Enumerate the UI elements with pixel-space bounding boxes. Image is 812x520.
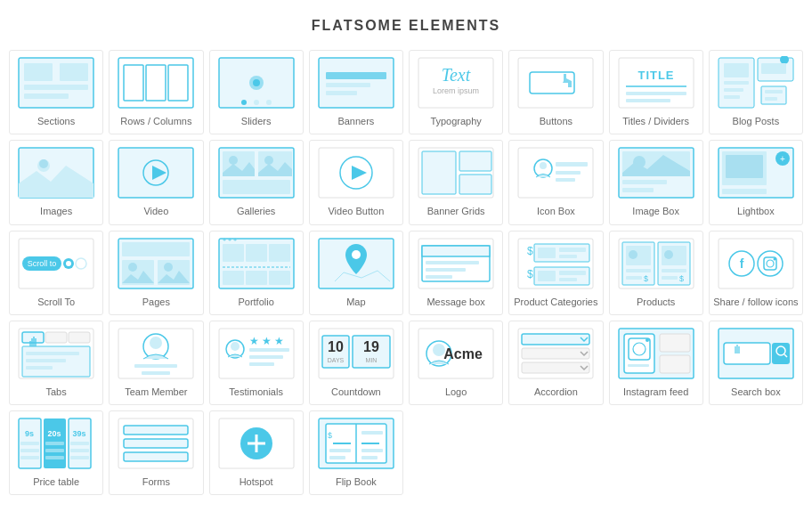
item-galleries[interactable]: Galleries bbox=[209, 140, 304, 224]
svg-text:MIN: MIN bbox=[365, 357, 377, 363]
pages-label: Pages bbox=[142, 296, 170, 308]
icon-box-label: Icon Box bbox=[537, 205, 575, 217]
svg-rect-33 bbox=[724, 81, 749, 85]
svg-point-61 bbox=[540, 162, 547, 169]
countdown-label: Countdown bbox=[331, 386, 381, 398]
item-search-box[interactable]: Search box bbox=[709, 321, 803, 405]
item-portfolio[interactable]: + + + Portfolio bbox=[209, 231, 304, 315]
message-box-icon bbox=[417, 237, 495, 290]
video-button-label: Video Button bbox=[328, 205, 384, 217]
svg-point-80 bbox=[66, 261, 71, 266]
item-product-categories[interactable]: $ $ Product Categories bbox=[508, 231, 603, 315]
item-price-table[interactable]: 9s 20s 39s Price table bbox=[9, 410, 103, 495]
svg-rect-190 bbox=[20, 449, 39, 452]
page-title: FLATSOME ELEMENTS bbox=[9, 18, 803, 34]
hotspot-icon bbox=[217, 417, 296, 470]
svg-point-87 bbox=[164, 263, 173, 272]
video-button-icon bbox=[317, 146, 395, 199]
svg-rect-149 bbox=[142, 371, 170, 375]
svg-rect-183 bbox=[724, 343, 770, 364]
image-box-label: Image Box bbox=[632, 205, 679, 217]
pages-icon bbox=[117, 237, 195, 290]
accordion-icon bbox=[516, 327, 595, 380]
item-sliders[interactable]: Sliders bbox=[209, 50, 304, 134]
item-products[interactable]: $ $ Products bbox=[609, 231, 703, 315]
svg-text:TITLE: TITLE bbox=[637, 69, 674, 82]
item-blog-posts[interactable]: Blog Posts bbox=[709, 50, 803, 134]
svg-rect-142 bbox=[26, 352, 79, 355]
item-team-member[interactable]: Team Member bbox=[109, 321, 203, 405]
item-video-button[interactable]: Video Button bbox=[309, 140, 403, 224]
svg-text:Acme: Acme bbox=[443, 346, 483, 362]
item-message-box[interactable]: Message box bbox=[409, 231, 503, 315]
item-forms[interactable]: Forms bbox=[109, 410, 203, 495]
images-icon bbox=[17, 146, 95, 199]
share-follow-icons-label: Share / follow icons bbox=[713, 296, 798, 308]
banner-grids-icon bbox=[417, 146, 495, 199]
item-share-follow-icons[interactable]: f Share / follow icons bbox=[709, 231, 803, 315]
buttons-label: Buttons bbox=[540, 115, 572, 127]
item-buttons[interactable]: Buttons bbox=[508, 50, 603, 134]
svg-rect-219 bbox=[361, 449, 383, 452]
svg-text:39s: 39s bbox=[73, 429, 86, 438]
item-typography[interactable]: Text Lorem ipsum Typography bbox=[409, 50, 503, 134]
svg-rect-58 bbox=[459, 175, 491, 194]
svg-point-48 bbox=[229, 156, 238, 165]
svg-rect-127 bbox=[662, 269, 686, 272]
svg-point-12 bbox=[241, 100, 247, 105]
share-follow-icons-icon: f bbox=[717, 237, 795, 290]
svg-rect-64 bbox=[556, 178, 575, 182]
item-images[interactable]: Images bbox=[9, 140, 103, 224]
item-sections[interactable]: Sections bbox=[9, 50, 103, 134]
item-lightbox[interactable]: + Lightbox bbox=[709, 140, 803, 224]
item-accordion[interactable]: Accordion bbox=[508, 321, 603, 405]
item-banners[interactable]: Banners bbox=[309, 50, 403, 134]
svg-text:19: 19 bbox=[363, 339, 379, 354]
item-pages[interactable]: Pages bbox=[109, 231, 203, 315]
svg-rect-17 bbox=[326, 83, 370, 87]
svg-rect-171 bbox=[522, 334, 589, 345]
item-tabs[interactable]: Tabs bbox=[9, 321, 103, 405]
svg-rect-110 bbox=[559, 248, 586, 252]
svg-point-42 bbox=[39, 159, 48, 168]
svg-point-152 bbox=[231, 342, 240, 351]
countdown-icon: 10 DAYS 19 MIN bbox=[317, 327, 395, 380]
svg-rect-204 bbox=[124, 439, 188, 448]
item-countdown[interactable]: 10 DAYS 19 MIN Countdown bbox=[309, 321, 403, 405]
svg-rect-217 bbox=[329, 456, 345, 459]
item-logo[interactable]: Acme Logo bbox=[409, 321, 503, 405]
blog-posts-label: Blog Posts bbox=[733, 115, 780, 127]
item-rows-columns[interactable]: Rows / Columns bbox=[109, 50, 203, 134]
item-icon-box[interactable]: Icon Box bbox=[508, 140, 603, 224]
item-video[interactable]: Video bbox=[109, 140, 203, 224]
item-hotspot[interactable]: Hotspot bbox=[209, 410, 304, 495]
lightbox-label: Lightbox bbox=[737, 205, 775, 217]
item-testimonials[interactable]: ★ ★ ★ Testimonials bbox=[209, 321, 304, 405]
lightbox-icon: + bbox=[717, 146, 795, 199]
svg-point-136 bbox=[773, 257, 775, 260]
forms-icon bbox=[117, 417, 195, 470]
svg-text:Lorem ipsum: Lorem ipsum bbox=[433, 86, 479, 95]
svg-rect-91 bbox=[269, 244, 290, 262]
testimonials-icon: ★ ★ ★ bbox=[217, 327, 296, 380]
item-titles-dividers[interactable]: TITLE Titles / Dividers bbox=[609, 50, 703, 134]
svg-rect-180 bbox=[660, 334, 690, 352]
item-banner-grids[interactable]: Banner Grids bbox=[409, 140, 503, 224]
svg-point-178 bbox=[646, 338, 649, 342]
item-scroll-to[interactable]: Scroll to Scroll To bbox=[9, 231, 103, 315]
svg-rect-62 bbox=[556, 162, 588, 167]
svg-point-50 bbox=[264, 156, 273, 165]
item-map[interactable]: Map bbox=[309, 231, 403, 315]
svg-rect-200 bbox=[70, 449, 89, 452]
svg-rect-143 bbox=[26, 359, 66, 362]
svg-point-147 bbox=[150, 337, 162, 349]
logo-icon: Acme bbox=[417, 327, 495, 380]
item-image-box[interactable]: Image Box bbox=[609, 140, 703, 224]
item-flip-book[interactable]: $ Flip Book bbox=[309, 410, 403, 495]
item-instagram-feed[interactable]: Instagram feed bbox=[609, 321, 703, 405]
scroll-to-label: Scroll To bbox=[37, 296, 75, 308]
svg-rect-122 bbox=[626, 276, 642, 280]
banner-grids-label: Banner Grids bbox=[427, 205, 485, 217]
svg-rect-4 bbox=[24, 93, 69, 99]
svg-rect-116 bbox=[559, 278, 577, 281]
